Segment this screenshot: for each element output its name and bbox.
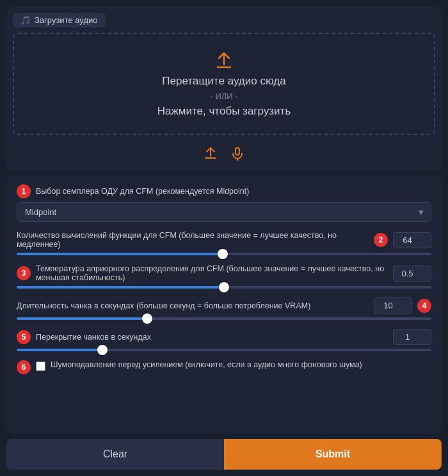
temp-slider[interactable] — [17, 286, 431, 289]
upload-main-text: Перетащите аудио сюда — [162, 75, 285, 88]
svg-rect-0 — [236, 148, 239, 155]
upload-dropzone[interactable]: Перетащите аудио сюда - ИЛИ - Нажмите, ч… — [13, 33, 435, 135]
overlap-slider[interactable] — [17, 349, 431, 351]
badge-5: 5 — [17, 330, 31, 344]
chunk-header-row: Длительность чанка в секундах (больше се… — [17, 298, 431, 313]
overlap-group: 5 Перекрытие чанков в секундах — [17, 329, 431, 351]
submit-button[interactable]: Submit — [224, 439, 442, 470]
sampler-label: Выбор семплера ОДУ для CFM (рекомендуетс… — [36, 187, 431, 196]
badge-6: 6 — [17, 360, 31, 374]
sampler-header-row: 1 Выбор семплера ОДУ для CFM (рекомендуе… — [17, 184, 431, 198]
chunk-group: Длительность чанка в секундах (больше се… — [17, 298, 431, 320]
nfe-slider[interactable] — [17, 253, 431, 255]
upload-actions — [13, 141, 435, 164]
chunk-slider[interactable] — [17, 317, 431, 320]
chunk-label: Длительность чанка в секундах (больше се… — [17, 301, 369, 310]
clear-button[interactable]: Clear — [6, 439, 224, 470]
nfe-number-input[interactable] — [393, 232, 431, 248]
badge-4: 4 — [417, 299, 431, 313]
record-audio-button[interactable] — [230, 147, 244, 164]
temp-group: 3 Температура априорного распределения д… — [17, 264, 431, 289]
denoise-label: Шумоподавление перед усилением (включите… — [51, 360, 431, 369]
upload-or-text: - ИЛИ - — [210, 91, 237, 101]
badge-3: 3 — [17, 266, 31, 280]
upload-tab: 🎵 Загрузите аудио — [13, 13, 106, 28]
temp-number-input[interactable] — [393, 266, 431, 282]
bottom-buttons: Clear Submit — [6, 439, 442, 470]
nfe-header-row: Количество вычислений функции для CFM (б… — [17, 231, 431, 249]
main-container: 🎵 Загрузите аудио Перетащите аудио сюда … — [0, 0, 448, 476]
upload-section: 🎵 Загрузите аудио Перетащите аудио сюда … — [6, 6, 442, 170]
nfe-group: Количество вычислений функции для CFM (б… — [17, 231, 431, 255]
upload-click-text: Нажмите, чтобы загрузить — [157, 105, 291, 118]
upload-arrow-icon — [214, 51, 234, 71]
badge-1: 1 — [17, 184, 31, 198]
badge-2: 2 — [374, 233, 388, 247]
sampler-dropdown-container: Midpoint Euler Heun DPM ▼ — [17, 202, 431, 222]
sampler-select[interactable]: Midpoint Euler Heun DPM — [17, 202, 431, 222]
music-icon: 🎵 — [20, 15, 31, 25]
overlap-label: Перекрытие чанков в секундах — [36, 333, 388, 342]
temp-header-row: 3 Температура априорного распределения д… — [17, 264, 431, 282]
settings-section: 1 Выбор семплера ОДУ для CFM (рекомендуе… — [6, 175, 442, 434]
nfe-label: Количество вычислений функции для CFM (б… — [17, 231, 369, 249]
denoise-row: 6 Шумоподавление перед усилением (включи… — [17, 360, 431, 374]
chunk-number-input[interactable] — [374, 298, 412, 313]
denoise-checkbox[interactable] — [36, 361, 45, 371]
overlap-header-row: 5 Перекрытие чанков в секундах — [17, 329, 431, 345]
sampler-group: 1 Выбор семплера ОДУ для CFM (рекомендуе… — [17, 184, 431, 222]
temp-label: Температура априорного распределения для… — [36, 264, 388, 282]
overlap-number-input[interactable] — [393, 329, 431, 345]
upload-file-button[interactable] — [204, 147, 218, 164]
upload-tab-label: Загрузите аудио — [35, 15, 98, 25]
